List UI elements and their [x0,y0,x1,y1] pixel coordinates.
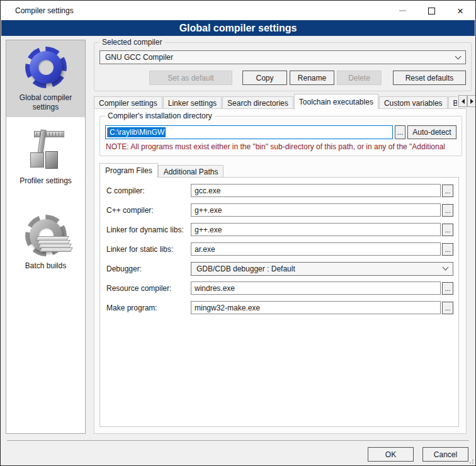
copy-button[interactable]: Copy [242,71,287,85]
close-icon: × [457,6,463,16]
field-value: g++.exe [195,225,222,234]
field-row-cpp-compiler: C++ compiler: g++.exe ... [106,203,453,217]
group-label: Compiler's installation directory [105,111,215,120]
window-title: Compiler settings [1,6,74,15]
close-button[interactable]: × [446,1,475,20]
delete-button[interactable]: Delete [337,71,382,85]
make-program-input[interactable]: mingw32-make.exe [191,301,441,314]
cpp-compiler-input[interactable]: g++.exe [191,203,441,217]
sidebar-item-label: Batch builds [25,261,66,271]
gray-gear-stack-icon [25,215,67,256]
c-compiler-input[interactable]: gcc.exe [191,184,441,197]
bin-subdirectory-note: NOTE: All programs must exist either in … [106,142,460,151]
minimize-icon [399,10,406,11]
maximize-button[interactable] [417,1,446,20]
blue-gear-icon [25,47,67,88]
field-label: C++ compiler: [106,206,191,215]
tab-custom-variables[interactable]: Custom variables [379,96,448,109]
tab-program-files[interactable]: Program Files [99,163,158,178]
tab-search-directories[interactable]: Search directories [222,96,293,109]
sidebar-item-profiler-settings[interactable]: Profiler settings [6,121,85,191]
chevron-down-icon [443,264,449,271]
maximize-icon [428,8,435,14]
static-linker-input[interactable]: ar.exe [191,242,441,256]
settings-sidebar: Global compiler settings Profiler settin… [6,40,86,434]
tab-additional-paths[interactable]: Additional Paths [158,165,224,178]
browse-make-program-button[interactable]: ... [442,302,453,314]
page-title: Global compiler settings [1,20,475,36]
debugger-select[interactable]: GDB/CDB debugger : Default [191,262,453,276]
field-label: Make program: [106,304,191,312]
field-value: gcc.exe [195,186,220,195]
reset-defaults-button[interactable]: Reset defaults [393,71,466,85]
field-row-debugger: Debugger: GDB/CDB debugger : Default [106,262,453,275]
debugger-select-value: GDB/CDB debugger : Default [196,264,443,273]
installation-directory-input[interactable]: C:\raylib\MinGW [105,125,393,139]
compiler-tabs: Compiler settings Linker settings Search… [94,94,457,109]
field-row-resource-compiler: Resource compiler: windres.exe ... [106,281,453,295]
arrow-left-icon [462,99,465,104]
field-row-c-compiler: C compiler: gcc.exe ... [106,184,453,197]
tab-scroll-left-button[interactable] [458,95,467,107]
toolchain-executables-panel: Compiler's installation directory C:\ray… [94,108,467,434]
sidebar-item-label: Global compiler settings [9,93,82,112]
field-value: g++.exe [195,206,222,215]
selected-compiler-group: Selected compiler GNU GCC Compiler Set a… [94,42,472,91]
rename-button[interactable]: Rename [290,71,334,85]
tab-linker-settings[interactable]: Linker settings [163,96,222,109]
set-as-default-button[interactable]: Set as default [149,71,232,85]
browse-cpp-compiler-button[interactable]: ... [442,204,453,217]
field-label: Linker for static libs: [106,245,191,254]
browse-c-compiler-button[interactable]: ... [442,185,453,197]
field-row-dynamic-linker: Linker for dynamic libs: g++.exe ... [106,223,453,236]
sidebar-item-label: Profiler settings [20,176,72,186]
field-label: Debugger: [106,264,191,273]
title-bar[interactable]: Compiler settings × [1,1,475,20]
auto-detect-button[interactable]: Auto-detect [407,125,456,139]
resource-compiler-input[interactable]: windres.exe [191,281,441,295]
field-label: C compiler: [106,186,191,195]
browse-directory-button[interactable]: ... [395,125,405,139]
installation-directory-group: Compiler's installation directory C:\ray… [99,116,462,156]
arrow-right-icon [470,99,473,104]
footer-divider [7,440,469,441]
cancel-button[interactable]: Cancel [422,447,468,462]
field-row-make-program: Make program: mingw32-make.exe ... [106,301,453,314]
browse-dynamic-linker-button[interactable]: ... [442,224,453,236]
chevron-down-icon [455,53,462,59]
sidebar-item-batch-builds[interactable]: Batch builds [6,208,85,276]
resize-grip[interactable] [468,458,473,463]
minimize-button[interactable] [388,1,417,20]
field-value: mingw32-make.exe [195,304,260,312]
program-files-tabs: Program Files Additional Paths [99,163,224,178]
browse-resource-compiler-button[interactable]: ... [442,282,453,295]
field-label: Resource compiler: [106,284,191,293]
field-value: ar.exe [195,245,215,254]
group-label: Selected compiler [99,38,164,47]
compiler-select-value: GNU GCC Compiler [105,53,456,62]
tab-build-options[interactable]: Build options [448,96,457,109]
tab-toolchain-executables[interactable]: Toolchain executables [294,94,378,109]
tab-scroll-right-button[interactable] [467,95,476,107]
browse-static-linker-button[interactable]: ... [442,243,453,256]
dynamic-linker-input[interactable]: g++.exe [191,223,441,236]
field-label: Linker for dynamic libs: [106,225,191,234]
tab-compiler-settings[interactable]: Compiler settings [94,96,162,109]
compiler-select[interactable]: GNU GCC Compiler [99,50,466,64]
sidebar-item-global-compiler-settings[interactable]: Global compiler settings [6,40,85,117]
ok-button[interactable]: OK [368,447,414,462]
field-value: windres.exe [195,284,235,293]
program-files-page: C compiler: gcc.exe ... C++ compiler: g+… [99,177,459,427]
installation-directory-value: C:\raylib\MinGW [108,127,166,137]
caliper-icon [25,127,67,171]
compiler-settings-dialog: Compiler settings × Global compiler sett… [0,0,476,466]
field-row-static-linker: Linker for static libs: ar.exe ... [106,242,453,256]
